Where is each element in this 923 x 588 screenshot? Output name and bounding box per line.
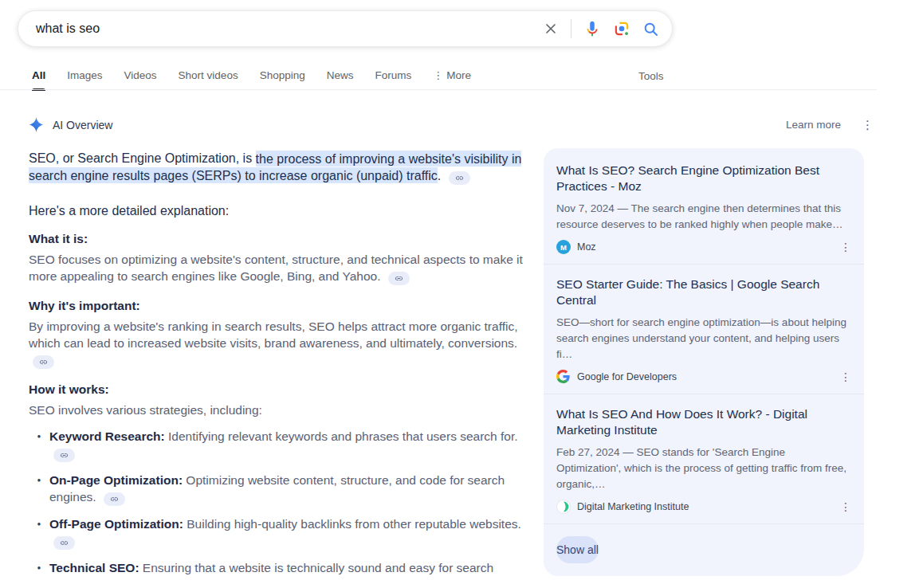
card-menu-icon[interactable]: ⋮ [840, 371, 851, 382]
tab-videos[interactable]: Videos [124, 69, 157, 81]
bullet-label: On-Page Optimization: [49, 473, 183, 487]
section-subheading: Here's a more detailed explanation: [29, 204, 526, 218]
source-link-chip-icon[interactable] [388, 272, 410, 285]
source-link-chip-icon[interactable] [53, 536, 75, 550]
section-heading: What it is: [29, 232, 526, 246]
bullet-text: Identifying relevant keywords and phrase… [165, 429, 518, 443]
source-card[interactable]: What Is SEO? Search Engine Optimization … [544, 151, 864, 265]
header-divider [0, 89, 877, 90]
sources-panel: What Is SEO? Search Engine Optimization … [544, 148, 864, 576]
section-heading: How it works: [29, 382, 526, 397]
search-input[interactable]: what is seo [36, 22, 543, 36]
section-heading: Why it's important: [29, 299, 526, 313]
tab-all[interactable]: All [32, 69, 45, 81]
bullet-dot: ● [29, 428, 49, 462]
result-filter-tabs: AllImagesVideosShort videosShoppingNewsF… [32, 69, 471, 81]
searchbar-divider [571, 19, 571, 38]
bullet-label: Off-Page Optimization: [49, 517, 183, 531]
tab-shopping[interactable]: Shopping [260, 69, 305, 81]
bullet-label: Technical SEO: [49, 561, 139, 574]
search-bar[interactable]: what is seo [18, 10, 673, 47]
bullet-item-keyword-research-: ●Keyword Research: Identifying relevant … [29, 428, 526, 462]
source-link-chip-icon[interactable] [53, 449, 75, 462]
section-paragraph: SEO involves various strategies, includi… [29, 402, 526, 418]
microphone-icon[interactable] [583, 20, 601, 37]
source-card-snippet: Feb 27, 2024 — SEO stands for 'Search En… [556, 445, 851, 492]
overview-menu-icon[interactable]: ⋮ [862, 119, 874, 131]
paragraph-text: SEO focuses on optimizing a website's co… [29, 253, 523, 283]
more-kebab-icon: ⋮ [433, 69, 443, 81]
bullet-item-technical-seo-: ●Technical SEO: Ensuring that a website … [29, 559, 526, 576]
source-name: Digital Marketing Institute [577, 501, 834, 512]
bullet-dot: ● [29, 559, 49, 576]
bullet-item-off-page-optimization-: ●Off-Page Optimization: Building high-qu… [29, 515, 526, 550]
section-paragraph: By improving a website's ranking in sear… [29, 318, 526, 369]
tab-images[interactable]: Images [67, 69, 102, 81]
ai-sparkle-icon [29, 117, 44, 132]
lead-text: . [438, 169, 441, 182]
google-lens-icon[interactable] [613, 20, 630, 37]
moz-favicon: M [556, 240, 571, 254]
ai-overview-title: AI Overview [53, 119, 112, 131]
source-name: Google for Developers [577, 371, 834, 382]
tab-short-videos[interactable]: Short videos [179, 69, 238, 81]
bullet-text: Building high-quality backlinks from oth… [183, 517, 521, 531]
search-icon[interactable] [642, 21, 659, 37]
tab-news[interactable]: News [327, 69, 354, 81]
tools-button[interactable]: Tools [638, 70, 664, 82]
clear-icon[interactable] [543, 21, 559, 37]
section-paragraph: SEO focuses on optimizing a website's co… [29, 251, 526, 285]
source-link-chip-icon[interactable] [104, 492, 125, 506]
paragraph-text: By improving a website's ranking in sear… [29, 319, 517, 350]
lead-paragraph: SEO, or Search Engine Optimization, is t… [29, 150, 526, 185]
ai-overview-header: AI Overview [29, 117, 112, 132]
dmi-favicon [556, 500, 571, 514]
learn-more-link[interactable]: Learn more [786, 119, 841, 131]
lead-text: SEO, or Search Engine Optimization, is [29, 151, 256, 165]
show-all-button[interactable]: Show all [556, 536, 599, 563]
tab-forums[interactable]: Forums [375, 69, 411, 81]
bullet-label: Keyword Research: [49, 429, 165, 443]
bullet-text: Ensuring that a website is technically s… [139, 561, 494, 574]
card-menu-icon[interactable]: ⋮ [840, 501, 851, 512]
source-card-title[interactable]: SEO Starter Guide: The Basics | Google S… [556, 276, 851, 308]
paragraph-text: SEO involves various strategies, includi… [29, 403, 262, 417]
card-menu-icon[interactable]: ⋮ [840, 241, 851, 253]
source-card-snippet: Nov 7, 2024 — The search engine then det… [556, 201, 851, 233]
bullet-item-on-page-optimization-: ●On-Page Optimization: Optimizing websit… [29, 472, 526, 506]
google-search-results-page: what is seo [0, 0, 923, 588]
source-link-chip-icon[interactable] [449, 171, 470, 185]
source-card-snippet: SEO—short for search engine optimization… [556, 315, 851, 363]
source-card-title[interactable]: What Is SEO And How Does It Work? - Digi… [556, 406, 851, 438]
source-name: Moz [577, 241, 834, 253]
svg-text:M: M [560, 243, 567, 252]
source-link-chip-icon[interactable] [33, 355, 54, 369]
bullet-dot: ● [29, 472, 49, 506]
source-card[interactable]: What Is SEO And How Does It Work? - Digi… [544, 394, 864, 524]
bullet-dot: ● [29, 515, 49, 550]
source-card-title[interactable]: What Is SEO? Search Engine Optimization … [556, 163, 851, 194]
ai-overview-content: SEO, or Search Engine Optimization, is t… [29, 140, 526, 576]
google-favicon [556, 370, 571, 384]
source-card[interactable]: SEO Starter Guide: The Basics | Google S… [544, 265, 864, 394]
tab-more[interactable]: ⋮More [433, 69, 471, 81]
